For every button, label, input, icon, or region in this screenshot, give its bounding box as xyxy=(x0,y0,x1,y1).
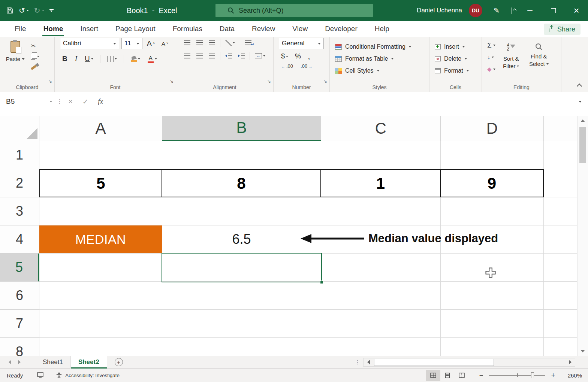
cell-A5[interactable] xyxy=(39,254,162,282)
horizontal-scrollbar-track[interactable] xyxy=(373,358,565,366)
tab-developer[interactable]: Developer xyxy=(316,21,366,37)
row-header-1[interactable]: 1 xyxy=(0,141,39,169)
decrease-indent-button[interactable] xyxy=(223,52,235,60)
tab-home[interactable]: Home xyxy=(35,21,72,37)
cell-C7[interactable] xyxy=(321,310,441,338)
wrap-text-button[interactable]: ↩ xyxy=(242,39,254,46)
decrease-decimal-button[interactable]: .00→ xyxy=(298,63,315,69)
cell-C3[interactable] xyxy=(321,197,441,225)
scroll-left-button[interactable] xyxy=(364,358,373,366)
cell-B3[interactable] xyxy=(162,197,321,225)
enter-button[interactable]: ✓ xyxy=(78,92,93,111)
row-header-8[interactable]: 8 xyxy=(0,338,39,356)
number-format-select[interactable]: General xyxy=(279,38,324,49)
cancel-button[interactable]: × xyxy=(63,92,78,111)
conditional-formatting-button[interactable]: Conditional Formatting xyxy=(330,41,411,53)
cell-B6[interactable] xyxy=(162,282,321,310)
cell-B4-median-value[interactable]: 6.5 xyxy=(162,225,321,254)
cell-B5-active[interactable] xyxy=(162,254,321,282)
tab-insert[interactable]: Insert xyxy=(72,21,107,37)
formula-input[interactable] xyxy=(108,92,572,111)
scroll-right-button[interactable] xyxy=(565,358,575,366)
align-right-button[interactable] xyxy=(206,52,218,60)
zoom-out-button[interactable]: − xyxy=(476,372,486,379)
decrease-font-size-button[interactable]: A˅ xyxy=(159,40,171,48)
align-middle-button[interactable] xyxy=(194,39,205,46)
tab-data[interactable]: Data xyxy=(211,21,243,37)
scroll-up-button[interactable] xyxy=(578,116,588,125)
cell-D8[interactable] xyxy=(441,338,544,356)
cell-C5[interactable] xyxy=(321,254,441,282)
comma-format-button[interactable]: , xyxy=(305,53,313,59)
cell-A1[interactable] xyxy=(39,141,162,169)
cell-B8[interactable] xyxy=(162,338,321,356)
tab-splitter-handle[interactable]: ⋮ xyxy=(352,359,363,365)
clear-button[interactable]: ◆ xyxy=(487,65,495,74)
cell-E3[interactable] xyxy=(544,197,577,225)
close-button[interactable]: × xyxy=(565,0,588,21)
cell-E2[interactable] xyxy=(544,169,577,197)
italic-button[interactable]: I xyxy=(73,54,79,64)
page-layout-view-button[interactable] xyxy=(440,370,455,381)
cell-B1[interactable] xyxy=(162,141,321,169)
next-sheet-button[interactable] xyxy=(15,360,24,364)
clipboard-dialog-launcher[interactable]: ↘ xyxy=(48,79,52,84)
tab-formulas[interactable]: Formulas xyxy=(164,21,211,37)
copy-button[interactable] xyxy=(31,52,39,61)
avatar[interactable]: DU xyxy=(469,4,482,17)
font-name-select[interactable]: Calibri xyxy=(60,38,119,49)
vertical-scrollbar[interactable] xyxy=(577,116,588,356)
cell-E1[interactable] xyxy=(544,141,577,169)
previous-sheet-button[interactable] xyxy=(5,360,15,364)
zoom-level[interactable]: 260% xyxy=(560,372,582,379)
autosum-button[interactable]: Σ xyxy=(487,41,495,50)
underline-button[interactable]: U xyxy=(82,54,96,64)
cell-C2[interactable]: 1 xyxy=(321,169,441,197)
cell-E4[interactable] xyxy=(544,225,577,254)
vertical-scrollbar-thumb[interactable] xyxy=(579,127,586,163)
cell-A7[interactable] xyxy=(39,310,162,338)
align-bottom-button[interactable] xyxy=(206,39,218,46)
cell-D3[interactable] xyxy=(441,197,544,225)
percent-format-button[interactable]: % xyxy=(293,52,303,61)
merge-center-button[interactable]: ↔ xyxy=(252,52,268,60)
new-sheet-button[interactable]: + xyxy=(115,358,123,366)
zoom-in-button[interactable]: + xyxy=(548,372,558,379)
cell-C8[interactable] xyxy=(321,338,441,356)
format-as-table-button[interactable]: Format as Table xyxy=(330,53,393,65)
sheet-tab-sheet1[interactable]: Sheet1 xyxy=(35,356,71,369)
row-header-6[interactable]: 6 xyxy=(0,282,39,310)
minimize-button[interactable]: ─ xyxy=(518,0,542,21)
cell-A4-median-label[interactable]: MEDIAN xyxy=(39,225,162,254)
page-break-preview-button[interactable] xyxy=(455,370,469,381)
cell-D2[interactable]: 9 xyxy=(441,169,544,197)
alignment-dialog-launcher[interactable]: ↘ xyxy=(267,79,271,84)
bold-button[interactable]: B xyxy=(60,54,70,64)
cell-D5[interactable] xyxy=(441,254,544,282)
row-header-5[interactable]: 5 xyxy=(0,254,39,282)
cell-A6[interactable] xyxy=(39,282,162,310)
zoom-slider-thumb[interactable] xyxy=(531,372,534,378)
format-painter-button[interactable] xyxy=(31,63,39,72)
zoom-slider[interactable] xyxy=(489,375,545,376)
row-header-2[interactable]: 2 xyxy=(0,169,39,197)
horizontal-scrollbar[interactable] xyxy=(363,358,575,367)
cell-B7[interactable] xyxy=(162,310,321,338)
cell-D1[interactable] xyxy=(441,141,544,169)
font-dialog-launcher[interactable]: ↘ xyxy=(170,79,174,84)
sheet-tab-sheet2[interactable]: Sheet2 xyxy=(71,356,107,369)
user-name[interactable]: Daniel Uchenna xyxy=(417,7,462,14)
cell-E7[interactable] xyxy=(544,310,577,338)
align-center-button[interactable] xyxy=(194,52,205,60)
cell-C6[interactable] xyxy=(321,282,441,310)
currency-format-button[interactable]: $ xyxy=(279,52,290,61)
column-header-b[interactable]: B xyxy=(162,116,321,141)
column-header-partial[interactable] xyxy=(544,116,577,141)
font-color-button[interactable]: A xyxy=(145,54,159,64)
find-select-button[interactable]: Find &Select xyxy=(527,41,551,74)
cell-E5[interactable] xyxy=(544,254,577,282)
macro-record-button[interactable] xyxy=(37,372,43,378)
normal-view-button[interactable] xyxy=(426,370,440,381)
align-left-button[interactable] xyxy=(181,52,193,60)
cell-D6[interactable] xyxy=(441,282,544,310)
